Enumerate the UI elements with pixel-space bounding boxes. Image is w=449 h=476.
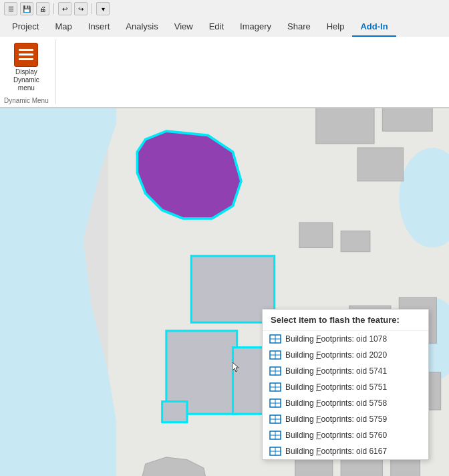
item-label-0: Building Footprints: oid 1078 <box>285 334 387 344</box>
more-btn[interactable]: ▾ <box>96 2 110 15</box>
tab-addin[interactable]: Add-In <box>352 17 396 37</box>
svg-rect-1 <box>19 53 33 55</box>
svg-rect-25 <box>341 231 370 251</box>
item-label-3: Building Footprints: oid 5751 <box>285 382 387 392</box>
tab-project[interactable]: Project <box>4 17 47 37</box>
svg-rect-0 <box>19 49 33 51</box>
svg-rect-24 <box>299 223 333 247</box>
feature-icon-7 <box>269 447 281 456</box>
feature-icon-1 <box>269 350 281 360</box>
separator <box>53 3 54 14</box>
menu-btn[interactable]: ☰ <box>4 2 17 15</box>
feature-icon-5 <box>269 414 281 424</box>
item-label-5: Building Footprints: oid 5759 <box>285 414 387 424</box>
print-btn[interactable]: 🖨 <box>36 2 49 15</box>
tab-map[interactable]: Map <box>47 17 80 37</box>
redo-btn[interactable]: ↪ <box>74 2 88 15</box>
quick-access-toolbar: ☰ 💾 🖨 ↩ ↪ ▾ <box>0 0 449 17</box>
svg-rect-11 <box>357 148 403 181</box>
list-item[interactable]: Building Footprints: oid 5751 <box>263 379 428 395</box>
tab-help[interactable]: Help <box>319 17 353 37</box>
feature-icon-4 <box>269 398 281 408</box>
menu-icon-svg <box>17 45 35 64</box>
display-dynamic-menu-btn[interactable]: Display Dynamic menu <box>6 39 46 96</box>
ribbon-group-label: Dynamic Menu <box>4 97 49 104</box>
tab-edit[interactable]: Edit <box>201 17 232 37</box>
ribbon-btn-label: Display Dynamic menu <box>8 68 44 92</box>
feature-icon-6 <box>269 431 281 440</box>
feature-icon-3 <box>269 382 281 392</box>
ribbon-content: Display Dynamic menu Dynamic Menu <box>0 37 449 108</box>
tab-share[interactable]: Share <box>279 17 319 37</box>
item-label-4: Building Footprints: oid 5758 <box>285 398 387 408</box>
tab-view[interactable]: View <box>166 17 201 37</box>
feature-icon-2 <box>269 366 281 376</box>
svg-rect-9 <box>316 108 374 144</box>
ribbon-tabs: Project Map Insert Analysis View Edit Im… <box>0 17 449 37</box>
list-item[interactable]: Building Footprints: oid 5741 <box>263 363 428 379</box>
list-item[interactable]: Building Footprints: oid 5759 <box>263 411 428 427</box>
separator2 <box>92 3 92 14</box>
list-item[interactable]: Building Footprints: oid 5760 <box>263 427 428 443</box>
undo-btn[interactable]: ↩ <box>58 2 71 15</box>
list-item[interactable]: Building Footprints: oid 1078 <box>263 331 428 347</box>
list-item[interactable]: Building Footprints: oid 6167 <box>263 443 428 459</box>
svg-rect-2 <box>19 58 33 60</box>
map-container[interactable]: Select item to flash the feature: Buildi… <box>0 108 449 476</box>
item-label-1: Building Footprints: oid 2020 <box>285 350 387 360</box>
context-menu-title: Select item to flash the feature: <box>263 310 428 331</box>
item-label-2: Building Footprints: oid 5741 <box>285 366 387 376</box>
item-label-7: Building Footprints: oid 6167 <box>285 447 387 456</box>
tab-imagery[interactable]: Imagery <box>232 17 279 37</box>
save-btn[interactable]: 💾 <box>20 2 33 15</box>
list-item[interactable]: Building Footprints: oid 5758 <box>263 395 428 411</box>
feature-icon-0 <box>269 334 281 344</box>
dynamic-menu-icon <box>14 43 38 67</box>
tab-insert[interactable]: Insert <box>80 17 118 37</box>
list-item[interactable]: Building Footprints: oid 2020 <box>263 347 428 363</box>
ribbon-group-dynamic-menu: Display Dynamic menu Dynamic Menu <box>4 39 56 104</box>
tab-analysis[interactable]: Analysis <box>118 17 166 37</box>
svg-rect-16 <box>162 402 187 423</box>
svg-rect-10 <box>382 108 432 131</box>
item-label-6: Building Footprints: oid 5760 <box>285 431 387 440</box>
context-menu: Select item to flash the feature: Buildi… <box>262 309 429 460</box>
